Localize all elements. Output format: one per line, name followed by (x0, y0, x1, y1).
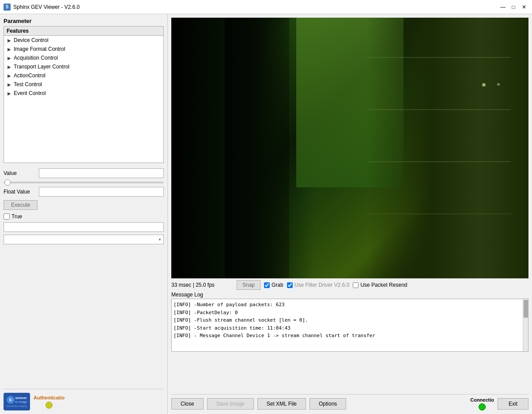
feature-label-image: Image Format Control (14, 46, 65, 52)
auth-status-dot (45, 402, 53, 409)
feature-item-image-format[interactable]: ▶ Image Format Control (4, 45, 163, 53)
light-spot-2 (497, 83, 500, 86)
options-button[interactable]: Options (309, 398, 346, 410)
title-bar: S Sphinx GEV Viewer - V2.6.0 — □ ✕ (0, 0, 532, 14)
minimize-button[interactable]: — (498, 3, 507, 11)
text-field-1[interactable] (4, 222, 164, 232)
feature-label-test: Test Control (14, 81, 42, 87)
expand-arrow-event: ▶ (8, 91, 11, 96)
parameter-label: Parameter (4, 18, 164, 24)
connection-section: Connectio (470, 397, 494, 410)
grab-label: Grab (272, 282, 283, 288)
status-bar: 33 msec | 25.0 fps Snap Grab Use Filter … (171, 278, 528, 292)
slider-track[interactable] (4, 182, 164, 183)
features-header: Features (4, 27, 163, 36)
logo: S sensor to image industrial imaging (4, 393, 30, 410)
true-label: True (11, 213, 22, 220)
message-log-label: Message Log (171, 292, 528, 298)
app-icon: S (4, 4, 11, 11)
log-scrollbar[interactable] (523, 299, 528, 351)
value-input[interactable] (39, 168, 164, 178)
slider-row (4, 182, 164, 183)
expand-arrow-image: ▶ (8, 47, 11, 52)
execute-button[interactable]: Execute (4, 200, 38, 210)
value-section: Value Float Value Execute True ▼ (4, 168, 164, 247)
grab-checkbox[interactable] (264, 282, 270, 288)
title-text: Sphinx GEV Viewer - V2.6.0 (13, 4, 498, 10)
packet-label: Use Packet Resend (360, 282, 407, 288)
close-button[interactable]: Close (171, 398, 204, 410)
log-line-3: [INFO] -Flush stream channel socket [len… (174, 316, 526, 324)
camera-image-view (171, 18, 528, 278)
filter-checkbox[interactable] (287, 282, 293, 288)
float-value-row: Float Value (4, 187, 164, 197)
message-log-box[interactable]: [INFO] -Number of payload packets: 623 [… (171, 299, 528, 352)
connection-status-dot (479, 403, 486, 410)
maximize-button[interactable]: □ (509, 3, 518, 11)
auth-section: Authenticatio (34, 395, 64, 409)
window-controls: — □ ✕ (498, 3, 528, 11)
feature-item-event[interactable]: ▶ Event Control (4, 89, 163, 98)
feature-label-event: Event Control (14, 90, 46, 96)
feature-item-acquisition[interactable]: ▶ Acquisition Control (4, 53, 163, 62)
feature-item-device-control[interactable]: ▶ Device Control (4, 36, 163, 45)
bottom-bar-left: S sensor to image industrial imaging Aut… (4, 389, 164, 410)
combo-arrow-icon: ▼ (158, 238, 162, 242)
true-checkbox[interactable] (4, 213, 10, 220)
packet-row: Use Packet Resend (353, 282, 407, 288)
shelf-line-3 (368, 161, 511, 162)
logo-s-icon: S (9, 398, 12, 402)
main-content: Parameter Features ▶ Device Control ▶ Im… (0, 14, 532, 414)
true-row: True (4, 213, 164, 220)
features-box: Features ▶ Device Control ▶ Image Format… (4, 26, 164, 163)
slider-thumb[interactable] (4, 179, 11, 186)
column-shadow (225, 18, 289, 278)
feature-label-action: ActionControl (14, 72, 45, 79)
right-panel: 33 msec | 25.0 fps Snap Grab Use Filter … (168, 14, 532, 414)
float-value-input[interactable] (39, 187, 164, 197)
snap-button[interactable]: Snap (237, 280, 260, 290)
close-button[interactable]: ✕ (520, 3, 528, 11)
feature-label-device: Device Control (14, 37, 49, 43)
log-scrollbar-thumb[interactable] (524, 300, 528, 318)
feature-item-action[interactable]: ▶ ActionControl (4, 71, 163, 80)
save-image-button[interactable]: Save Image (207, 398, 254, 410)
left-panel: Parameter Features ▶ Device Control ▶ Im… (0, 14, 168, 414)
logo-line1: sensor (15, 396, 27, 400)
logo-sub: industrial imaging (7, 405, 27, 407)
expand-arrow-test: ▶ (8, 82, 11, 87)
light-spot-1 (482, 83, 486, 87)
value-label: Value (4, 170, 39, 176)
logo-line2: to image (15, 400, 27, 404)
grab-row: Grab (264, 282, 283, 288)
expand-arrow-device: ▶ (8, 38, 11, 43)
expand-arrow-action: ▶ (8, 73, 11, 78)
feature-item-test[interactable]: ▶ Test Control (4, 80, 163, 89)
exit-button[interactable]: Exit (498, 398, 528, 410)
bottom-toolbar: Close Save Image Set XML File Options Co… (171, 394, 528, 410)
value-row: Value (4, 168, 164, 178)
connection-label: Connectio (470, 397, 494, 403)
message-log-section: Message Log [INFO] -Number of payload pa… (171, 292, 528, 394)
set-xml-button[interactable]: Set XML File (257, 398, 306, 410)
shelf-line-2 (368, 109, 511, 110)
feature-item-transport[interactable]: ▶ Transport Layer Control (4, 62, 163, 71)
log-line-1: [INFO] -Number of payload packets: 623 (174, 301, 526, 309)
feature-label-acquisition: Acquisition Control (14, 55, 58, 61)
fps-display: 33 msec | 25.0 fps (171, 282, 233, 288)
shelf-line-4 (368, 213, 511, 214)
app-icon-letter: S (6, 4, 9, 9)
camera-feed (171, 18, 528, 278)
log-line-2: [INFO] -PacketDelay: 0 (174, 309, 526, 317)
auth-label: Authenticatio (34, 395, 64, 400)
filter-row: Use Filter Driver V2.6.0 (287, 282, 350, 288)
expand-arrow-acquisition: ▶ (8, 56, 11, 61)
float-value-label: Float Value (4, 189, 39, 195)
log-line-5: [INFO] - Message Channel Device 1 -> str… (174, 332, 526, 340)
feature-label-transport: Transport Layer Control (14, 64, 69, 70)
shelf-line-1 (368, 57, 511, 58)
log-line-4: [INFO] -Start acquisition time: 11:04:43 (174, 324, 526, 332)
packet-checkbox[interactable] (353, 282, 358, 288)
combo-field[interactable]: ▼ (4, 235, 164, 244)
filter-label: Use Filter Driver V2.6.0 (294, 282, 350, 288)
